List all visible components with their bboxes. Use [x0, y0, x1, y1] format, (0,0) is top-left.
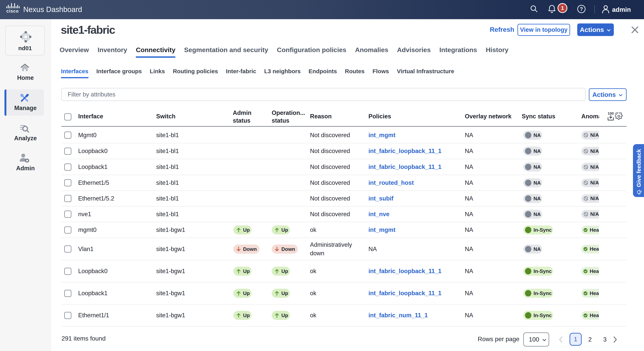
svg-text:?: ? — [580, 6, 583, 12]
svg-text:cisco: cisco — [6, 9, 19, 13]
svg-text:100: 100 — [608, 112, 614, 115]
